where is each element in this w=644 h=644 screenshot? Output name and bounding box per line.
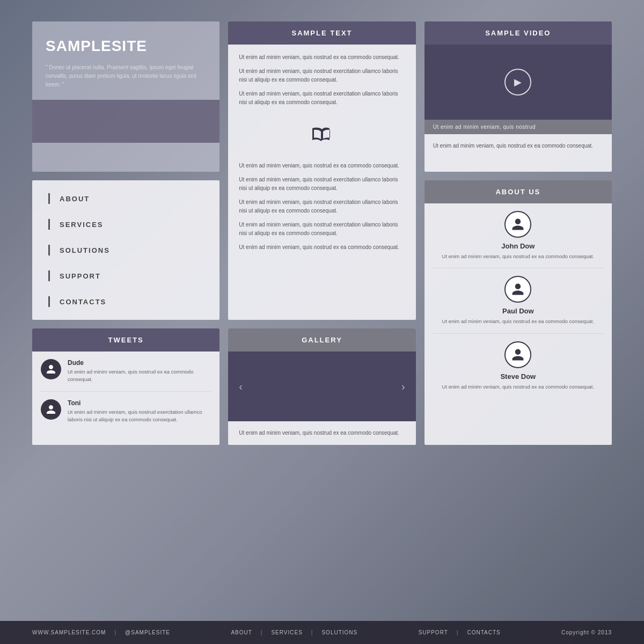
nav-bar-solutions [48, 245, 50, 255]
person-desc-steve: Ut enim ad minim veniam, quis nostrud ex… [433, 383, 603, 391]
tweets-header: TWEETS [32, 328, 219, 352]
sample-text-header: SAMPLE TEXT [228, 21, 415, 45]
footer-divider-1: | [114, 630, 116, 635]
tweet-avatar-1 [41, 359, 61, 379]
footer: WWW.SAMPLESITE.COM | @SAMPLESITE ABOUT |… [0, 621, 644, 644]
person-desc-john: Ut enim ad minim veniam, quis nostrud ex… [433, 253, 603, 260]
gallery-next-button[interactable]: › [401, 380, 405, 393]
video-caption: Ut enim ad minim veniam, quis nostrud [425, 120, 612, 134]
nav-item-support[interactable]: SUPPORT [32, 263, 219, 289]
tweet-content-1: Dude Ut enim ad minim veniam, quis nostr… [68, 359, 211, 384]
tweet-item-2: Toni Ut enim ad minim veniam, quis nostr… [32, 392, 219, 431]
gallery-card: GALLERY ‹ › Ut enim ad minim veniam, qui… [228, 328, 415, 445]
person-steve: Steve Dow Ut enim ad minim veniam, quis … [425, 334, 612, 398]
site-title: SAMPLESITE [46, 38, 206, 55]
nav-bar-support [48, 270, 50, 281]
sample-video-header: SAMPLE VIDEO [425, 21, 612, 45]
gallery-viewer: ‹ › [228, 352, 415, 421]
sample-text-body-2: Ut enim ad minim veniam, quis nostrud ex… [228, 153, 415, 266]
person-avatar-steve [504, 341, 531, 368]
footer-nav-solutions[interactable]: SOLUTIONS [321, 630, 357, 635]
footer-nav-services[interactable]: SERVICES [271, 630, 302, 635]
sample-text-card: SAMPLE TEXT Ut enim ad minim veniam, qui… [228, 21, 415, 320]
gallery-caption: Ut enim ad minim veniam, quis nostrud ex… [228, 421, 415, 445]
nav-item-about[interactable]: ABOUT [32, 186, 219, 211]
site-quote: " Donec ut placerat nulla. Praesent sagi… [46, 63, 206, 89]
nav-item-contacts[interactable]: CONTACTS [32, 289, 219, 314]
person-avatar-john [504, 211, 531, 238]
nav-item-services[interactable]: SERVICES [32, 211, 219, 237]
tweet-content-2: Toni Ut enim ad minim veniam, quis nostr… [68, 399, 211, 424]
footer-social: @SAMPLESITE [125, 630, 170, 635]
samplesite-bottom-bar [32, 100, 219, 143]
person-name-john: John Dow [433, 242, 603, 250]
footer-nav-support[interactable]: SUPPORT [419, 630, 448, 635]
about-us-card: ABOUT US John Dow Ut enim ad minim venia… [425, 180, 612, 445]
tweet-name-2: Toni [68, 399, 211, 407]
nav-item-solutions[interactable]: SOLUTIONS [32, 237, 219, 263]
footer-website: WWW.SAMPLESITE.COM [32, 630, 106, 635]
nav-bar-about [48, 193, 50, 204]
tweet-avatar-2 [41, 399, 61, 420]
play-button[interactable]: ▶ [504, 69, 531, 96]
tweet-item-1: Dude Ut enim ad minim veniam, quis nostr… [32, 352, 219, 391]
gallery-prev-button[interactable]: ‹ [239, 380, 243, 393]
sample-video-card: SAMPLE VIDEO ▶ Ut enim ad minim veniam, … [425, 21, 612, 172]
video-description: Ut enim ad minim veniam, quis nostrud ex… [425, 134, 612, 158]
nav-bar-contacts [48, 296, 50, 307]
gallery-header: GALLERY [228, 328, 415, 352]
person-avatar-paul [504, 276, 531, 303]
tweet-name-1: Dude [68, 359, 211, 367]
footer-nav-about[interactable]: ABOUT [231, 630, 252, 635]
footer-nav-contacts[interactable]: CONTACTS [467, 630, 500, 635]
footer-copyright: Copyright © 2013 [561, 630, 612, 635]
tweet-text-2: Ut enim ad minim veniam, quis nostrud ex… [68, 408, 211, 424]
person-paul: Paul Dow Ut enim ad minim veniam, quis n… [425, 268, 612, 333]
person-name-paul: Paul Dow [433, 307, 603, 315]
book-icon [228, 121, 415, 153]
tweet-text-1: Ut enim ad minim veniam, quis nostrud ex… [68, 368, 211, 384]
tweets-card: TWEETS Dude Ut enim ad minim veniam, qui… [32, 328, 219, 445]
person-desc-paul: Ut enim ad minim veniam, quis nostrud ex… [433, 318, 603, 325]
video-player[interactable]: ▶ [425, 45, 612, 120]
navigation-card: ABOUT SERVICES SOLUTIONS SUPPORT CONTACT… [32, 180, 219, 320]
main-layout: SAMPLESITE " Donec ut placerat nulla. Pr… [0, 0, 644, 453]
person-john: John Dow Ut enim ad minim veniam, quis n… [425, 203, 612, 268]
nav-bar-services [48, 219, 50, 230]
sample-text-body: Ut enim ad minim veniam, quis nostrud ex… [228, 45, 415, 121]
person-name-steve: Steve Dow [433, 372, 603, 380]
samplesite-card: SAMPLESITE " Donec ut placerat nulla. Pr… [32, 21, 219, 172]
about-us-header: ABOUT US [425, 180, 612, 203]
